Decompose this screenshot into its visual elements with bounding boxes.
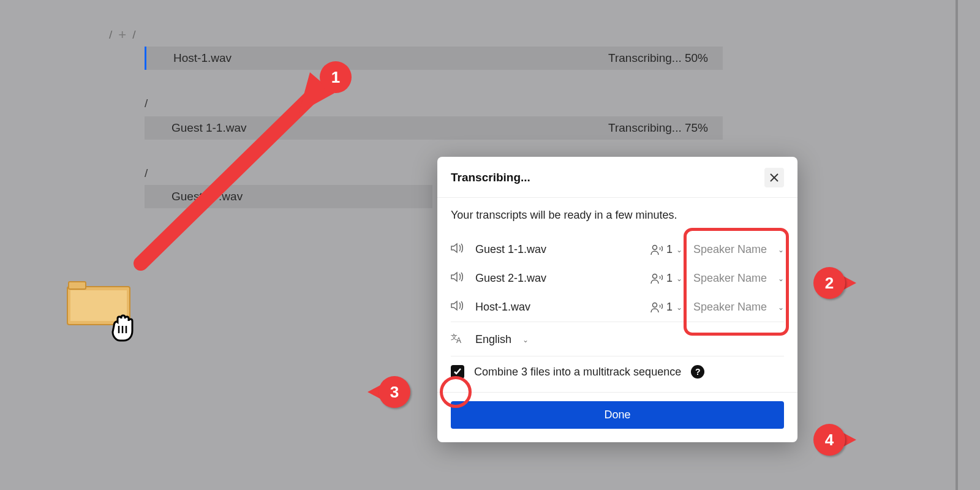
modal-subtext: Your transcripts will be ready in a few … [451, 209, 784, 222]
speaker-count[interactable]: 1 ⌄ [650, 301, 682, 314]
speaker-name-select[interactable]: Speaker Name ⌄ [693, 243, 784, 256]
annotation-badge-3: 3 [368, 376, 410, 408]
file-name: Guest 1-1.wav [172, 121, 247, 135]
svg-point-10 [652, 245, 657, 249]
annotation-label: 1 [331, 68, 340, 87]
breadcrumb-slash: / [132, 28, 135, 42]
count-value: 1 [666, 243, 673, 256]
speaker-name-label: Speaker Name [693, 272, 767, 285]
add-icon[interactable]: + [118, 27, 126, 43]
audio-icon [451, 243, 464, 257]
chevron-down-icon: ⌄ [778, 246, 784, 254]
close-icon [769, 173, 779, 183]
modal-file-name: Host-1.wav [475, 301, 639, 314]
breadcrumb: / + / [109, 27, 135, 43]
chevron-down-icon: ⌄ [522, 336, 529, 344]
annotation-label: 4 [825, 431, 834, 450]
row-marker: / [145, 97, 148, 110]
annotation-arrow [129, 61, 337, 282]
annotation-label: 3 [390, 383, 399, 402]
chevron-down-icon: ⌄ [676, 274, 682, 283]
breadcrumb-slash: / [109, 28, 112, 42]
file-status: Transcribing... 50% [608, 51, 708, 65]
file-status: Transcribing... 75% [608, 121, 708, 135]
svg-point-12 [652, 303, 657, 307]
file-name: Host-1.wav [173, 51, 232, 65]
modal-footer: Done [437, 392, 797, 442]
modal-file-row: Guest 2-1.wav 1 ⌄ Speaker Name ⌄ [451, 264, 784, 293]
audio-icon [451, 300, 464, 314]
modal-title: Transcribing... [451, 171, 530, 184]
help-icon[interactable]: ? [691, 365, 704, 379]
grab-cursor-icon [108, 310, 142, 343]
done-button[interactable]: Done [451, 401, 784, 429]
modal-body: Your transcripts will be ready in a few … [437, 198, 797, 392]
modal-file-name: Guest 2-1.wav [475, 272, 639, 285]
language-row[interactable]: 文A English ⌄ [451, 322, 784, 356]
combine-row: Combine 3 files into a multitrack sequen… [451, 356, 784, 388]
svg-rect-1 [69, 282, 86, 289]
close-button[interactable] [764, 168, 784, 187]
svg-point-11 [652, 274, 657, 278]
file-name: Guest .wav [172, 190, 243, 203]
svg-text:A: A [456, 336, 461, 344]
speaker-name-label: Speaker Name [693, 301, 767, 314]
file-row[interactable]: Guest 1-1.wav Transcribing... 75% [145, 116, 723, 140]
person-icon [650, 244, 663, 255]
annotation-label: 2 [825, 274, 834, 293]
annotation-badge-2: 2 [813, 267, 856, 299]
modal-file-name: Guest 1-1.wav [475, 243, 639, 256]
combine-checkbox[interactable] [451, 365, 464, 379]
check-icon [453, 368, 462, 376]
speaker-name-select[interactable]: Speaker Name ⌄ [693, 272, 784, 285]
window-edge [956, 0, 958, 490]
language-label: English [475, 333, 511, 346]
done-label: Done [604, 409, 630, 421]
count-value: 1 [666, 301, 673, 314]
modal-file-row: Guest 1-1.wav 1 ⌄ Speaker Name ⌄ [451, 235, 784, 264]
person-icon [650, 302, 663, 313]
speaker-count[interactable]: 1 ⌄ [650, 243, 682, 256]
file-row[interactable]: Host-1.wav Transcribing... 50% [145, 47, 723, 70]
chevron-down-icon: ⌄ [778, 303, 784, 312]
combine-label: Combine 3 files into a multitrack sequen… [474, 366, 681, 379]
row-marker: / [145, 167, 148, 180]
modal-file-row: Host-1.wav 1 ⌄ Speaker Name ⌄ [451, 293, 784, 322]
modal-header: Transcribing... [437, 157, 797, 198]
speaker-name-select[interactable]: Speaker Name ⌄ [693, 301, 784, 314]
audio-icon [451, 271, 464, 285]
chevron-down-icon: ⌄ [676, 246, 682, 254]
translate-icon: 文A [451, 332, 464, 347]
file-row[interactable]: Guest .wav [145, 185, 432, 208]
annotation-badge-4: 4 [813, 424, 856, 456]
person-icon [650, 273, 663, 284]
annotation-badge-1: 1 [320, 61, 352, 93]
speaker-name-label: Speaker Name [693, 243, 767, 256]
speaker-count[interactable]: 1 ⌄ [650, 272, 682, 285]
count-value: 1 [666, 272, 673, 285]
chevron-down-icon: ⌄ [676, 303, 682, 312]
chevron-down-icon: ⌄ [778, 274, 784, 283]
transcribing-modal: Transcribing... Your transcripts will be… [437, 157, 797, 442]
